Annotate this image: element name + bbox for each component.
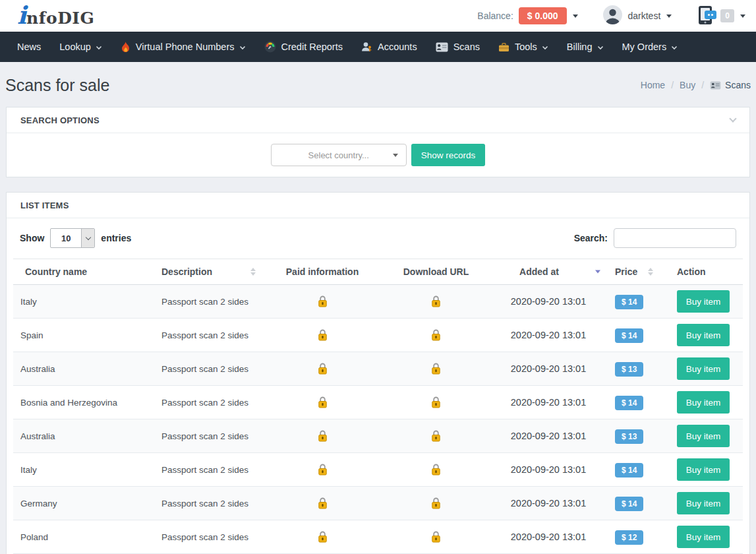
nav-item-news[interactable]: News bbox=[8, 32, 50, 62]
nav-item-tools[interactable]: Tools bbox=[489, 32, 558, 62]
buy-item-button[interactable]: Buy item bbox=[677, 492, 730, 514]
chevron-down-icon bbox=[239, 46, 246, 50]
price-badge: $ 14 bbox=[615, 396, 643, 410]
balance-badge[interactable]: $ 0.000 bbox=[519, 7, 567, 24]
search-options-panel: SEARCH OPTIONS Select country... Show re… bbox=[6, 107, 750, 177]
nav-item-my-orders[interactable]: My Orders bbox=[613, 32, 687, 62]
price-badge: $ 14 bbox=[615, 295, 643, 309]
added-at-cell: 2020-09-20 13:01 bbox=[490, 419, 607, 453]
chevron-down-icon bbox=[671, 46, 678, 50]
buy-item-button[interactable]: Buy item bbox=[677, 526, 730, 548]
price-cell: $ 14 bbox=[607, 453, 660, 487]
download-url-cell bbox=[382, 319, 490, 352]
lock-icon bbox=[318, 464, 328, 476]
breadcrumb: Home / Buy / Scans bbox=[641, 80, 751, 90]
action-cell: Buy item bbox=[660, 386, 743, 419]
action-cell: Buy item bbox=[660, 520, 743, 554]
lock-icon bbox=[318, 363, 328, 375]
breadcrumb-home[interactable]: Home bbox=[641, 80, 665, 90]
list-items-panel: LIST ITEMS Show 10 entries Search: bbox=[6, 192, 750, 554]
search-options-body: Select country... Show records bbox=[7, 133, 749, 177]
country-cell: Bosnia and Herzegovina bbox=[13, 386, 152, 419]
username: darktest bbox=[628, 11, 661, 21]
col-header-added-at[interactable]: Added at bbox=[490, 259, 607, 285]
country-cell: Spain bbox=[13, 319, 152, 352]
country-cell: Germany bbox=[13, 487, 152, 520]
topbar-right: Balance: $ 0.000 darktest bbox=[477, 5, 745, 28]
price-cell: $ 13 bbox=[607, 419, 660, 453]
download-url-cell bbox=[382, 453, 490, 487]
page-length-control: Show 10 entries bbox=[20, 228, 131, 248]
sort-desc-icon bbox=[595, 270, 600, 274]
col-header-country: Country name bbox=[13, 259, 152, 285]
buy-item-button[interactable]: Buy item bbox=[677, 357, 730, 380]
collapse-chevron-icon[interactable] bbox=[729, 115, 736, 122]
price-cell: $ 13 bbox=[607, 352, 660, 386]
table-header-row: Country name Description Paid informatio… bbox=[13, 259, 743, 285]
description-cell: Passport scan 2 sides bbox=[152, 453, 262, 487]
search-input[interactable] bbox=[614, 228, 736, 248]
col-header-description[interactable]: Description bbox=[152, 259, 262, 285]
added-at-cell: 2020-09-20 13:01 bbox=[490, 352, 607, 386]
country-select[interactable]: Select country... bbox=[271, 144, 407, 166]
paid-information-cell bbox=[262, 487, 382, 520]
nav-item-virtual-phone-numbers[interactable]: Virtual Phone Numbers bbox=[111, 32, 255, 62]
balance-caret-icon[interactable] bbox=[573, 15, 578, 18]
added-at-cell: 2020-09-20 13:01 bbox=[490, 285, 607, 319]
table-row: Poland Passport scan 2 sides 2020-09-20 … bbox=[13, 520, 743, 554]
description-cell: Passport scan 2 sides bbox=[152, 386, 262, 419]
search-options-title: SEARCH OPTIONS bbox=[20, 115, 100, 125]
show-records-button[interactable]: Show records bbox=[411, 144, 486, 166]
balance-label: Balance: bbox=[477, 11, 513, 21]
description-cell: Passport scan 2 sides bbox=[152, 419, 262, 453]
sort-icons bbox=[648, 268, 653, 276]
lock-icon bbox=[431, 497, 441, 509]
id-card-icon bbox=[436, 42, 448, 52]
action-cell: Buy item bbox=[660, 319, 743, 352]
download-url-cell bbox=[382, 419, 490, 453]
table-search-control: Search: bbox=[574, 228, 736, 248]
breadcrumb-buy[interactable]: Buy bbox=[680, 80, 695, 90]
search-options-header: SEARCH OPTIONS bbox=[7, 108, 749, 133]
table-row: Bosnia and Herzegovina Passport scan 2 s… bbox=[13, 386, 743, 419]
messages-caret-icon bbox=[740, 15, 745, 18]
lock-icon bbox=[318, 396, 328, 408]
buy-item-button[interactable]: Buy item bbox=[677, 290, 730, 313]
user-caret-icon bbox=[666, 15, 672, 18]
nav-item-billing[interactable]: Billing bbox=[558, 32, 613, 62]
list-items-title: LIST ITEMS bbox=[20, 200, 69, 210]
chevron-down-icon bbox=[96, 46, 102, 50]
nav-item-accounts[interactable]: Accounts bbox=[352, 32, 426, 62]
table-row: Australia Passport scan 2 sides 2020-09-… bbox=[13, 419, 743, 453]
nav-item-lookup[interactable]: Lookup bbox=[50, 32, 111, 62]
buy-item-button[interactable]: Buy item bbox=[677, 458, 730, 481]
nav-item-scans[interactable]: Scans bbox=[426, 32, 489, 62]
buy-item-button[interactable]: Buy item bbox=[677, 425, 730, 447]
country-cell: Italy bbox=[13, 453, 152, 487]
lock-icon bbox=[318, 295, 328, 307]
nav-item-credit-reports[interactable]: Credit Reports bbox=[255, 32, 352, 62]
price-badge: $ 13 bbox=[615, 429, 643, 444]
action-cell: Buy item bbox=[660, 285, 743, 319]
id-card-icon bbox=[710, 81, 721, 90]
table-row: Italy Passport scan 2 sides 2020-09-20 1… bbox=[13, 285, 743, 319]
buy-item-button[interactable]: Buy item bbox=[677, 324, 730, 346]
col-header-price[interactable]: Price bbox=[607, 259, 660, 285]
description-cell: Passport scan 2 sides bbox=[152, 520, 262, 554]
user-menu[interactable]: darktest bbox=[603, 5, 672, 26]
lock-icon bbox=[431, 464, 441, 476]
paid-information-cell bbox=[262, 386, 382, 419]
price-cell: $ 14 bbox=[607, 386, 660, 419]
main-nav: News Lookup Virtual Phone Numbers Credit… bbox=[0, 32, 756, 62]
paid-information-cell bbox=[262, 520, 382, 554]
added-at-cell: 2020-09-20 13:01 bbox=[490, 386, 607, 419]
messages-menu[interactable]: 0 bbox=[698, 5, 745, 28]
country-cell: Australia bbox=[13, 352, 152, 386]
lock-icon bbox=[318, 329, 328, 341]
download-url-cell bbox=[382, 352, 490, 386]
buy-item-button[interactable]: Buy item bbox=[677, 391, 730, 414]
description-cell: Passport scan 2 sides bbox=[152, 352, 262, 386]
search-label: Search: bbox=[574, 233, 608, 243]
logo[interactable]: i nfoDIG bbox=[17, 5, 94, 26]
page-size-select[interactable]: 10 bbox=[50, 228, 95, 248]
